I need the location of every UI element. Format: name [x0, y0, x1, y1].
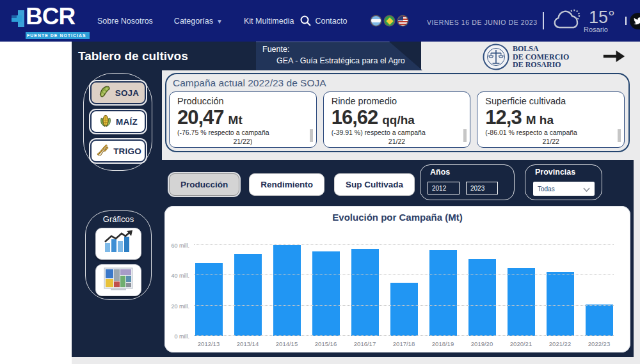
kpi-unit: Mt	[228, 113, 243, 127]
usa-flag[interactable]	[398, 16, 408, 26]
year-to-input[interactable]	[466, 182, 498, 194]
bar-2012-13[interactable]	[194, 263, 223, 336]
metric-button-produccion[interactable]: Producción	[169, 173, 239, 196]
bar-rect[interactable]	[547, 272, 574, 336]
kpi-unit: qq/ha	[382, 113, 415, 127]
nav-item-contacto[interactable]: Contacto	[315, 17, 347, 26]
argentina-flag[interactable]	[371, 16, 381, 26]
kpi-value: 12,3	[485, 107, 521, 128]
provinces-label: Provincias	[535, 168, 575, 177]
kpi-note-line2: 21/22	[485, 138, 616, 145]
bar-rect[interactable]	[195, 263, 223, 336]
caret-down-icon: ▼	[216, 18, 223, 25]
sidebar-item-trigo[interactable]: TRIGO	[90, 139, 146, 162]
y-tick-label: 20 mill.	[171, 303, 189, 310]
bcr-logo[interactable]: BCR FUENTE DE NOTICIAS	[10, 5, 90, 40]
bar-chart-view-button[interactable]	[95, 228, 141, 260]
kpi-card-superficie-cultivada: Superficie cultivada12,3M ha(-86.01 % re…	[477, 91, 625, 148]
provinces-selected-value: Todas	[538, 186, 555, 193]
logo-subtitle: FUENTE DE NOTICIAS	[26, 32, 90, 39]
weather-widget[interactable]: 15° Rosario	[552, 8, 615, 35]
bar-2019-20[interactable]	[467, 259, 497, 336]
y-tick-label: 60 mill.	[171, 242, 189, 249]
charts-group-label: Gráficos	[85, 214, 152, 224]
metric-button-sup-cultivada[interactable]: Sup Cultivada	[334, 173, 415, 196]
crop-label: SOJA	[115, 88, 140, 98]
social-divider	[625, 17, 627, 25]
nav-item-sobre-nosotros[interactable]: Sobre Nosotros	[97, 17, 153, 26]
bar-rect[interactable]	[312, 251, 340, 336]
bar-2013-14[interactable]	[233, 254, 262, 336]
sidebar-item-maiz[interactable]: MAÍZ	[90, 110, 146, 133]
year-from-input[interactable]	[428, 182, 460, 194]
bar-2016-17[interactable]	[350, 249, 380, 336]
org-name: BOLSA DE COMERCIO DE ROSARIO	[513, 45, 569, 69]
bar-rect[interactable]	[586, 305, 613, 336]
chart-title: Evolución por Campaña (Mt)	[164, 212, 630, 223]
kpi-unit: M ha	[526, 113, 554, 127]
y-tick-label: 40 mill.	[171, 273, 189, 279]
bar-2015-16[interactable]	[311, 251, 340, 336]
twitter-icon[interactable]	[630, 13, 640, 29]
x-tick-label: 2020/21	[506, 340, 536, 347]
bar-rect[interactable]	[429, 250, 457, 336]
page-title: Tablero de cultivos	[78, 49, 188, 63]
bar-rect[interactable]	[508, 268, 535, 336]
kpi-label: Producción	[177, 96, 308, 106]
navbar-divider	[543, 12, 544, 29]
kpi-note: (-39.91 %) respecto a campaña	[332, 129, 463, 136]
bar-rect[interactable]	[351, 249, 379, 336]
source-value: GEA - Guía Estratégica para el Agro	[276, 56, 405, 65]
card-scrollbar[interactable]	[463, 129, 467, 142]
metric-button-rendimiento[interactable]: Rendimiento	[249, 173, 324, 196]
bcr-seal-logo	[483, 44, 509, 73]
card-scrollbar[interactable]	[618, 129, 621, 142]
bar-rect[interactable]	[468, 259, 496, 336]
years-label: Años	[430, 168, 450, 177]
bar-chart-icon	[102, 230, 135, 257]
bar-2018-19[interactable]	[428, 250, 458, 336]
bar-rect[interactable]	[390, 283, 418, 336]
kpi-cards: Producción20,47Mt(-76.75 % respecto a ca…	[169, 91, 625, 148]
source-label: Fuente:	[262, 45, 289, 54]
current-season-title: Campaña actual 2022/23 de SOJA	[173, 77, 326, 89]
date-label: VIERNES 16 DE JUNIO DE 2023	[427, 19, 538, 26]
card-scrollbar[interactable]	[310, 129, 313, 142]
top-navbar: BCR FUENTE DE NOTICIAS Sobre NosotrosCat…	[0, 0, 640, 42]
metric-buttons: ProducciónRendimientoSup Cultivada	[169, 173, 415, 196]
kpi-label: Superficie cultivada	[485, 96, 616, 106]
bar-rect[interactable]	[234, 254, 262, 336]
gridline-60	[194, 244, 614, 245]
evolution-chart-card: Evolución por Campaña (Mt) 0 mill.20 mil…	[164, 206, 630, 352]
nav-item-kit-multimedia[interactable]: Kit Multimedia	[244, 17, 294, 26]
nav-item-categorias[interactable]: Categorías▼	[174, 17, 223, 26]
provinces-dropdown[interactable]: Todas	[533, 182, 595, 196]
bar-2017-18[interactable]	[389, 283, 419, 336]
screen: BCR FUENTE DE NOTICIAS Sobre NosotrosCat…	[0, 0, 640, 364]
brazil-flag[interactable]	[385, 16, 394, 26]
kpi-note: (-86.01 % respecto a campaña	[485, 129, 616, 136]
treemap-view-button[interactable]	[95, 264, 141, 296]
bar-2014-15[interactable]	[272, 245, 301, 336]
crop-label: MAÍZ	[116, 117, 138, 127]
x-tick-label: 2018/19	[428, 340, 458, 347]
search-icon[interactable]	[300, 15, 312, 29]
bar-rect[interactable]	[273, 245, 301, 336]
chevron-down-icon	[583, 183, 590, 194]
bar-2020-21[interactable]	[506, 268, 536, 336]
bar-2021-22[interactable]	[545, 272, 575, 336]
bar-2022-23[interactable]	[584, 305, 614, 336]
soy-icon	[97, 84, 112, 101]
cloud-icon	[552, 8, 584, 35]
gridline-20	[194, 305, 614, 306]
sidebar-item-soja[interactable]: SOJA	[90, 81, 146, 104]
language-flags	[371, 16, 408, 26]
kpi-note: (-76.75 % respecto a campaña	[177, 129, 308, 136]
treemap-icon	[103, 267, 134, 294]
temperature-label: 15°	[589, 8, 615, 27]
x-tick-label: 2012/13	[194, 340, 223, 347]
x-tick-label: 2015/16	[311, 340, 340, 347]
kpi-card-rinde-promedio: Rinde promedio16,62qq/ha(-39.91 %) respe…	[323, 91, 471, 148]
arrow-right-icon[interactable]	[602, 49, 625, 66]
x-tick-label: 2022/23	[584, 340, 614, 347]
